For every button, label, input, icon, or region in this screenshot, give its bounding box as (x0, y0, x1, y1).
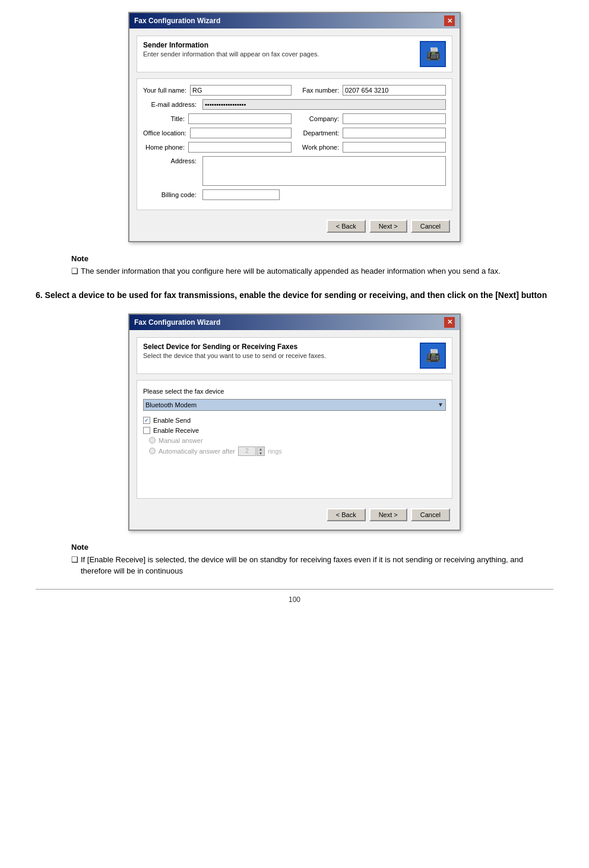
page-divider (36, 589, 553, 590)
home-phone-input[interactable] (188, 142, 292, 153)
rings-label: rings (268, 448, 282, 455)
form-row-phones: Home phone: Work phone: (143, 142, 446, 153)
fax-number-input[interactable] (343, 85, 446, 96)
dialog2-close-button[interactable]: ✕ (444, 317, 455, 328)
auto-answer-radio[interactable] (149, 448, 156, 454)
company-input[interactable] (343, 113, 446, 124)
manual-answer-label: Manual answer (159, 437, 203, 444)
form-row-billing: Billing code: (143, 189, 446, 200)
form-row-address: Address: (143, 156, 446, 186)
note1-bullet-char: ❑ (71, 265, 78, 277)
title-label: Title: (143, 115, 185, 122)
device-form: Please select the fax device Bluetooth M… (137, 380, 452, 499)
full-name-label: Your full name: (143, 87, 186, 94)
dialog2-cancel-button[interactable]: Cancel (411, 508, 450, 521)
billing-input[interactable] (202, 189, 280, 200)
full-name-input[interactable] (190, 85, 292, 96)
dropdown-arrow-icon: ▼ (438, 401, 444, 408)
note2-title: Note (71, 543, 553, 552)
fax-number-label: Fax number: (297, 87, 339, 94)
home-phone-label: Home phone: (143, 144, 185, 151)
note2-text: If [Enable Receive] is selected, the dev… (81, 554, 553, 577)
enable-receive-label: Enable Receive (153, 427, 199, 434)
enable-receive-checkbox[interactable] (143, 427, 150, 434)
dialog1-close-button[interactable]: ✕ (444, 15, 455, 26)
step6-text: Select a device to be used for fax trans… (45, 290, 547, 300)
auto-answer-row: Automatically answer after ▲ ▼ rings (143, 446, 446, 456)
dialog2-next-button[interactable]: Next > (369, 508, 407, 521)
spinner-up-icon[interactable]: ▲ (257, 447, 264, 451)
note-section-2: Note ❑ If [Enable Receive] is selected, … (71, 543, 553, 577)
manual-answer-radio[interactable] (149, 437, 156, 443)
dialog-select-device: Fax Configuration Wizard ✕ Select Device… (128, 313, 461, 531)
dialog1-section-desc: Enter sender information that will appea… (143, 50, 319, 58)
fax-icon-1: 📠 (420, 41, 446, 67)
fax-icon-2: 📠 (420, 343, 446, 369)
rings-input[interactable] (238, 446, 256, 456)
dialog1-next-button[interactable]: Next > (369, 220, 407, 233)
note-section-1: Note ❑ The sender information that you c… (71, 254, 553, 277)
note1-text: The sender information that you configur… (81, 265, 501, 277)
sender-form: Your full name: Fax number: E-mail addre… (137, 78, 452, 210)
dialog1-back-button[interactable]: < Back (327, 220, 366, 233)
note1-title: Note (71, 254, 553, 263)
office-input[interactable] (190, 128, 292, 138)
device-dropdown-value: Bluetooth Modem (145, 401, 197, 408)
auto-answer-label: Automatically answer after (159, 448, 235, 455)
device-dropdown-row: Bluetooth Modem ▼ (143, 399, 446, 411)
billing-label: Billing code: (143, 191, 197, 198)
rings-spinner[interactable]: ▲ ▼ (256, 446, 265, 456)
form-row-office-dept: Office location: Department: (143, 128, 446, 138)
dialog1-cancel-button[interactable]: Cancel (411, 220, 450, 233)
address-input[interactable] (202, 156, 446, 186)
manual-answer-row: Manual answer (143, 437, 446, 444)
dialog2-footer: < Back Next > Cancel (137, 505, 452, 522)
form-row-title-company: Title: Company: (143, 113, 446, 124)
note2-bullet-char: ❑ (71, 554, 78, 577)
enable-send-row: ✓ Enable Send (143, 417, 446, 424)
work-phone-input[interactable] (343, 142, 446, 153)
email-label: E-mail address: (143, 101, 197, 108)
form-row-email: E-mail address: (143, 99, 446, 110)
form-row-name-fax: Your full name: Fax number: (143, 85, 446, 96)
step6-container: 6. Select a device to be used for fax tr… (36, 289, 553, 302)
dialog2-title: Fax Configuration Wizard (134, 318, 220, 327)
page-number: 100 (36, 595, 553, 604)
dialog2-section-desc: Select the device that you want to use t… (143, 352, 326, 359)
spinner-down-icon[interactable]: ▼ (257, 451, 264, 455)
department-label: Department: (297, 129, 339, 137)
dialog2-section-title: Select Device for Sending or Receiving F… (143, 343, 326, 351)
note1-bullet: ❑ The sender information that you config… (71, 265, 553, 277)
step6-heading: 6. Select a device to be used for fax tr… (36, 289, 553, 302)
dialog1-titlebar: Fax Configuration Wizard ✕ (129, 13, 460, 28)
step6-number: 6. (36, 290, 43, 300)
dialog-sender-info: Fax Configuration Wizard ✕ Sender Inform… (128, 12, 461, 242)
device-dropdown[interactable]: Bluetooth Modem ▼ (143, 399, 446, 411)
select-device-label: Please select the fax device (143, 388, 224, 395)
office-label: Office location: (143, 129, 186, 137)
dialog1-footer: < Back Next > Cancel (137, 216, 452, 234)
enable-send-checkbox[interactable]: ✓ (143, 417, 150, 424)
dialog2-back-button[interactable]: < Back (327, 508, 366, 521)
department-input[interactable] (343, 128, 446, 138)
enable-receive-row: Enable Receive (143, 427, 446, 434)
note2-bullet: ❑ If [Enable Receive] is selected, the d… (71, 554, 553, 577)
address-label: Address: (143, 156, 197, 164)
title-input[interactable] (188, 113, 292, 124)
dialog2-titlebar: Fax Configuration Wizard ✕ (129, 315, 460, 330)
enable-send-label: Enable Send (153, 417, 191, 424)
company-label: Company: (297, 115, 339, 122)
dialog1-title: Fax Configuration Wizard (134, 17, 220, 25)
work-phone-label: Work phone: (297, 144, 339, 151)
dialog1-section-title: Sender Information (143, 41, 319, 49)
email-input[interactable] (202, 99, 446, 110)
select-device-label-row: Please select the fax device (143, 387, 446, 395)
